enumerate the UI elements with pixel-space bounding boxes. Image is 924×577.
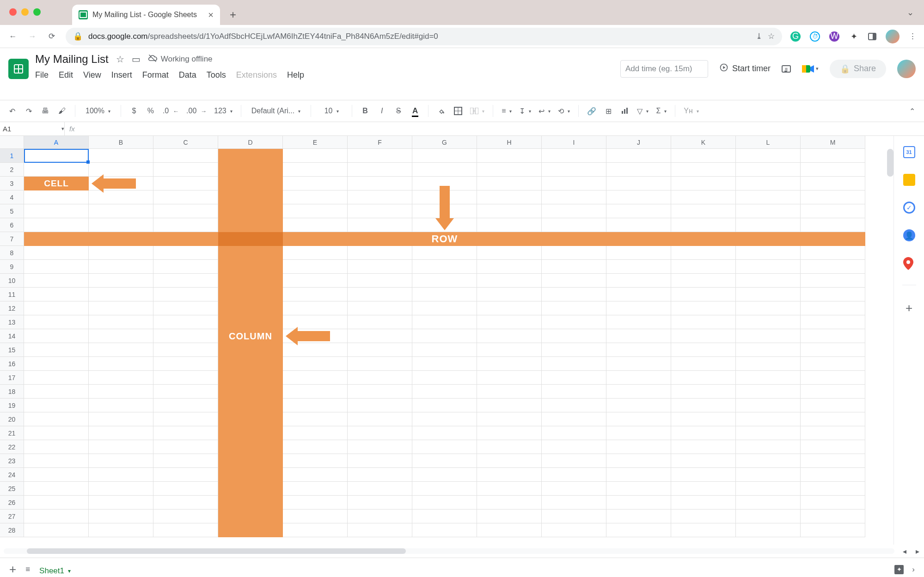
cell[interactable] <box>412 412 477 426</box>
cell[interactable] <box>606 440 671 454</box>
cell[interactable] <box>218 301 283 315</box>
cell[interactable] <box>153 482 218 496</box>
cell[interactable] <box>283 177 348 190</box>
menu-edit[interactable]: Edit <box>59 70 73 80</box>
tasks-icon[interactable] <box>903 202 915 214</box>
cell[interactable] <box>348 301 412 315</box>
cell[interactable] <box>671 260 736 274</box>
cell[interactable] <box>283 426 348 440</box>
add-sheet-button[interactable]: + <box>9 562 16 577</box>
cell[interactable] <box>218 204 283 218</box>
cell[interactable] <box>283 399 348 412</box>
cell[interactable] <box>153 509 218 523</box>
text-color-button[interactable]: A <box>409 104 422 118</box>
cell[interactable] <box>801 496 865 509</box>
cell[interactable] <box>153 385 218 399</box>
cell[interactable] <box>542 482 606 496</box>
cell[interactable] <box>412 454 477 468</box>
cell[interactable] <box>477 163 542 177</box>
row-header[interactable]: 2 <box>0 163 24 177</box>
cell[interactable] <box>477 204 542 218</box>
spreadsheet-grid[interactable]: ABCDEFGHIJKLM 12345678910111213141516171… <box>0 136 893 545</box>
cell[interactable] <box>89 412 153 426</box>
cell[interactable] <box>24 523 89 537</box>
install-icon[interactable]: ⤓ <box>756 31 762 41</box>
cell[interactable] <box>606 329 671 343</box>
cell[interactable] <box>218 177 283 190</box>
link-button[interactable]: 🔗 <box>585 104 598 118</box>
cell[interactable] <box>24 260 89 274</box>
row-header[interactable]: 19 <box>0 399 24 412</box>
cell[interactable] <box>218 260 283 274</box>
cell[interactable] <box>153 315 218 329</box>
cell[interactable] <box>606 232 671 246</box>
cell[interactable] <box>218 329 283 343</box>
cell[interactable] <box>218 218 283 232</box>
cell[interactable] <box>89 399 153 412</box>
cell[interactable] <box>283 274 348 288</box>
cell[interactable] <box>348 357 412 371</box>
cell[interactable] <box>89 454 153 468</box>
row-header[interactable]: 14 <box>0 329 24 343</box>
menu-help[interactable]: Help <box>287 70 304 80</box>
wix-icon[interactable]: W <box>829 31 839 42</box>
cell[interactable] <box>801 274 865 288</box>
row-header[interactable]: 24 <box>0 468 24 482</box>
cell[interactable] <box>348 163 412 177</box>
cell[interactable] <box>24 482 89 496</box>
cell[interactable] <box>218 440 283 454</box>
cell[interactable] <box>606 246 671 260</box>
cell[interactable] <box>283 509 348 523</box>
cell[interactable] <box>671 399 736 412</box>
cell[interactable] <box>671 329 736 343</box>
cell[interactable] <box>348 440 412 454</box>
cell[interactable] <box>24 274 89 288</box>
cell[interactable] <box>477 232 542 246</box>
minimize-window-icon[interactable] <box>21 8 29 16</box>
scroll-left-icon[interactable]: ◂ <box>898 547 911 556</box>
cell[interactable] <box>24 204 89 218</box>
cell[interactable] <box>671 412 736 426</box>
menu-file[interactable]: File <box>35 70 49 80</box>
cell[interactable] <box>283 163 348 177</box>
cell[interactable] <box>606 468 671 482</box>
cell[interactable] <box>542 149 606 163</box>
cell[interactable] <box>671 440 736 454</box>
cell[interactable] <box>24 190 89 204</box>
cell[interactable] <box>671 371 736 385</box>
cell[interactable] <box>736 468 801 482</box>
cell[interactable] <box>89 204 153 218</box>
cell[interactable] <box>606 149 671 163</box>
cell[interactable] <box>736 509 801 523</box>
cell[interactable] <box>801 399 865 412</box>
row-header[interactable]: 13 <box>0 315 24 329</box>
cell[interactable] <box>153 190 218 204</box>
row-header[interactable]: 7 <box>0 232 24 246</box>
cell[interactable] <box>801 357 865 371</box>
cell[interactable] <box>24 343 89 357</box>
cell[interactable] <box>348 190 412 204</box>
cell[interactable] <box>24 177 89 190</box>
cell[interactable] <box>477 385 542 399</box>
cell[interactable] <box>24 426 89 440</box>
cell[interactable] <box>283 329 348 343</box>
menu-format[interactable]: Format <box>142 70 169 80</box>
cell[interactable] <box>218 149 283 163</box>
cell[interactable] <box>801 260 865 274</box>
cell[interactable] <box>477 343 542 357</box>
cell[interactable] <box>801 509 865 523</box>
font-size-dropdown[interactable]: 10 <box>318 104 345 118</box>
cell[interactable] <box>801 371 865 385</box>
close-window-icon[interactable] <box>9 8 17 16</box>
cell[interactable] <box>24 288 89 301</box>
cell[interactable] <box>736 301 801 315</box>
cell[interactable] <box>412 440 477 454</box>
cell[interactable] <box>283 412 348 426</box>
cell[interactable] <box>671 288 736 301</box>
cell[interactable] <box>218 454 283 468</box>
cell[interactable] <box>412 301 477 315</box>
cell[interactable] <box>412 204 477 218</box>
cell[interactable] <box>606 509 671 523</box>
cell[interactable] <box>671 149 736 163</box>
cell[interactable] <box>412 232 477 246</box>
